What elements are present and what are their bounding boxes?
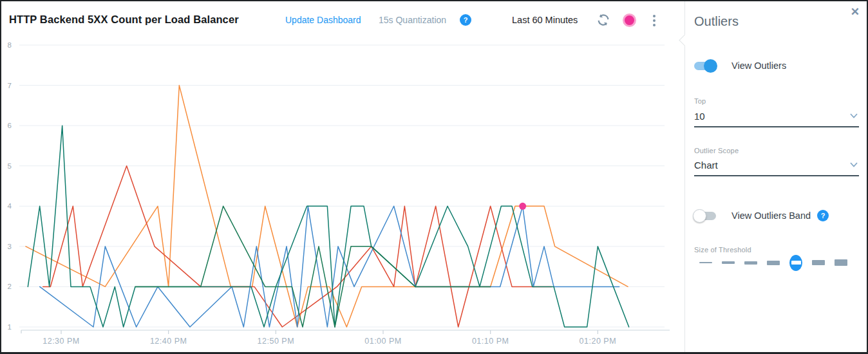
svg-text:7: 7: [8, 82, 12, 89]
svg-text:01:20 PM: 01:20 PM: [580, 337, 617, 346]
svg-text:1: 1: [8, 323, 12, 331]
svg-text:12:50 PM: 12:50 PM: [258, 337, 295, 346]
threshold-size-option-6[interactable]: [812, 254, 825, 272]
threshold-size-option-3[interactable]: [744, 254, 757, 272]
kebab-menu-icon[interactable]: [651, 14, 657, 28]
outlier-scope-select-value: Chart: [694, 160, 859, 175]
threshold-size-option-4[interactable]: [767, 254, 780, 272]
threshold-size-picker: [699, 254, 857, 272]
top-label: Top: [694, 97, 706, 105]
quantization-label[interactable]: 15s Quantization: [379, 15, 446, 25]
chart-card: 1234567812:30 PM12:40 PM12:50 PM01:00 PM…: [0, 0, 684, 354]
svg-text:12:40 PM: 12:40 PM: [150, 337, 187, 346]
panel-title: Outliers: [694, 14, 739, 29]
close-icon[interactable]: ✕: [851, 5, 860, 19]
view-outliers-toggle[interactable]: [694, 62, 716, 70]
svg-text:5: 5: [8, 162, 12, 170]
svg-text:01:00 PM: 01:00 PM: [364, 337, 402, 346]
svg-text:8: 8: [8, 41, 12, 49]
outliers-panel: Outliers ✕ View Outliers Top 10 Outlier …: [684, 0, 868, 354]
outlier-scope-label: Outlier Scope: [694, 147, 739, 154]
svg-text:12:30 PM: 12:30 PM: [42, 337, 80, 346]
chevron-down-icon: [850, 113, 858, 118]
dashboard-window: 1234567812:30 PM12:40 PM12:50 PM01:00 PM…: [0, 0, 868, 354]
threshold-size-option-7[interactable]: [835, 254, 847, 272]
view-outliers-band-row: View Outliers Band ?: [694, 210, 829, 221]
outlier-scope-select[interactable]: Chart: [694, 160, 859, 176]
view-outliers-row: View Outliers: [694, 61, 786, 71]
update-dashboard-link[interactable]: Update Dashboard: [285, 15, 361, 25]
threshold-size-option-1[interactable]: [699, 254, 712, 272]
svg-text:4: 4: [8, 202, 12, 210]
top-select-value: 10: [694, 111, 859, 126]
quantization-help-icon[interactable]: ?: [460, 14, 471, 26]
timeseries-chart[interactable]: 1234567812:30 PM12:40 PM12:50 PM01:00 PM…: [0, 0, 684, 354]
svg-text:01:10 PM: 01:10 PM: [472, 337, 509, 346]
threshold-size-option-5-selected[interactable]: [789, 254, 802, 272]
svg-text:2: 2: [8, 283, 12, 290]
time-range-label[interactable]: Last 60 Minutes: [512, 15, 578, 25]
chart-title: HTTP Backend 5XX Count per Load Balancer: [9, 14, 239, 26]
chart-header: HTTP Backend 5XX Count per Load Balancer…: [0, 0, 676, 36]
chevron-down-icon: [850, 162, 858, 167]
live-indicator-dot[interactable]: [623, 14, 636, 27]
svg-text:6: 6: [8, 122, 12, 129]
threshold-size-option-2[interactable]: [722, 254, 735, 272]
refresh-icon[interactable]: [596, 13, 610, 27]
view-outliers-label: View Outliers: [731, 61, 786, 71]
top-select[interactable]: 10: [694, 111, 859, 127]
size-of-threshold-label: Size of Threshold: [694, 246, 751, 254]
threshold-selected-circle: [789, 255, 802, 271]
svg-text:3: 3: [8, 243, 12, 250]
outliers-band-help-icon[interactable]: ?: [817, 210, 829, 221]
view-outliers-band-label: View Outliers Band: [731, 210, 811, 221]
view-outliers-band-toggle[interactable]: [694, 212, 716, 220]
